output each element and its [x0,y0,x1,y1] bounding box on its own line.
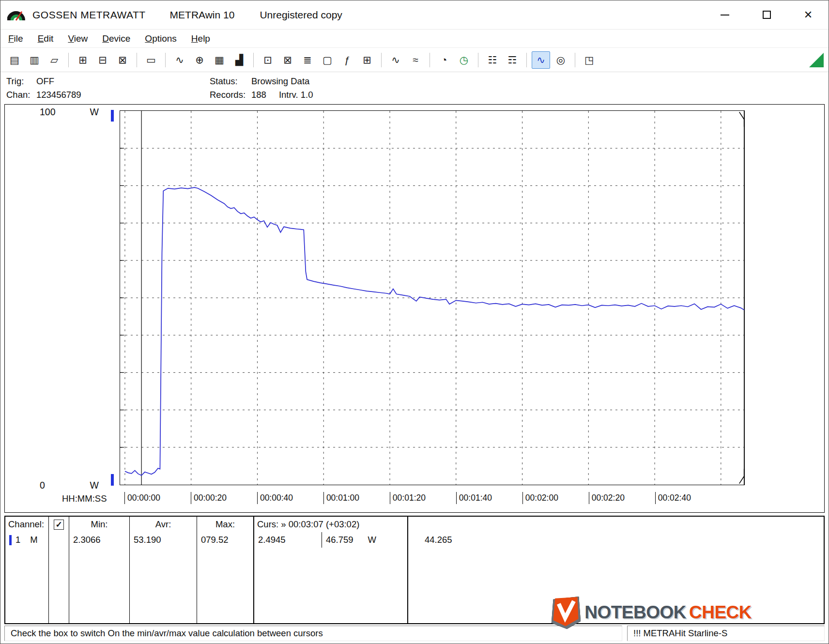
minmax-between-cursors-checkbox[interactable]: ✓ [54,520,64,530]
maximize-icon [763,11,771,19]
channel-color-marker [9,535,12,545]
cursors-header: Curs: » 00:03:07 (+03:02) [254,517,407,532]
crosshair-icon[interactable]: ⊕ [190,51,209,69]
channel-mixer-icon[interactable]: ≣ [298,51,317,69]
display-monitor-icon[interactable]: ▢ [318,51,337,69]
menu-bar: File Edit View Device Options Help [0,30,829,48]
channel-range-marker-top [111,110,114,122]
app-name: GOSSEN METRAWATT [32,9,146,21]
status-label: Status: [210,75,251,88]
records-label: Records: [210,88,251,102]
status-message: Check the box to switch On the min/avr/m… [4,626,622,641]
data-table-icon[interactable]: ▦ [210,51,229,69]
x-tick-label: 00:00:00 [124,492,160,504]
y-axis-max-label: 100 W [40,107,99,118]
close-button[interactable]: ✕ [801,8,815,22]
open-file-icon[interactable]: ▱ [45,51,63,69]
min-header: Min: [69,517,129,532]
menu-edit[interactable]: Edit [38,33,54,44]
monitor-config-icon[interactable]: ⊠ [278,51,297,69]
zoom-magnifier-icon[interactable]: ◎ [552,51,570,69]
check-icon: ✓ [55,520,62,530]
menu-device[interactable]: Device [102,33,130,44]
print-setup-icon[interactable]: ☶ [503,51,522,69]
toolbar: ▤▥▱⊞⊟⊠▭∿⊕▦▟⊡⊠≣▢ƒ⊞∿≈◔◷☷☶∿◎◳ [0,48,829,72]
cursor-values: 2.4945 46.759 W [254,532,407,548]
menu-options[interactable]: Options [145,33,176,44]
x-tick-label: 00:00:20 [191,492,227,504]
x-axis-title: HH:MM:SS [62,493,107,504]
memory-card-icon[interactable]: ▭ [142,51,160,69]
y-min-value: 0 [40,480,45,491]
print-icon[interactable]: ☷ [483,51,502,69]
x-tick-label: 00:02:20 [589,492,625,504]
min-column: Min: 2.3066 [69,517,130,623]
menu-view[interactable]: View [68,33,88,44]
channel-range-marker-bottom [111,474,114,486]
x-tick-label: 00:00:40 [257,492,293,504]
zoom-signal-icon[interactable]: ∿ [532,51,550,69]
toolbar-separator [430,53,430,67]
save-as-icon[interactable]: ▥ [25,51,44,69]
channel-cell: 1 M [5,532,48,548]
toolbar-separator [526,53,527,67]
channel-number: 1 [15,535,20,545]
menu-file[interactable]: File [8,33,23,44]
monitor-export-icon[interactable]: ⊡ [259,51,277,69]
chan-value: 123456789 [36,90,81,100]
plot-canvas[interactable] [120,110,745,485]
title-bar: GOSSEN METRAWATT METRAwin 10 Unregistere… [0,0,829,30]
intrv-value: 1.0 [301,90,313,100]
chart-area: 100 W 0 W HH:MM:SS 00:00:0000:00:2000:00… [4,104,825,513]
status-records-info: Status:Browsing Data Records:188Intrv. 1… [210,75,313,103]
channel-stats-table: Channel: 1 M ✓ Min: 2.3066 Avr: 53.190 M… [4,516,825,624]
chan-label: Chan: [6,88,36,102]
records-value: 188 [251,90,266,100]
maximize-button[interactable] [760,8,773,22]
delta-header [408,517,824,532]
avr-column: Avr: 53.190 [130,517,197,623]
export-to-device-icon[interactable]: ⊞ [74,51,92,69]
intrv-label: Intrv. [279,90,298,100]
max-header: Max: [197,517,253,532]
waveform-icon[interactable]: ∿ [386,51,405,69]
trigger-channel-info: Trig:OFF Chan:123456789 [6,75,210,103]
product-name: METRAwin 10 [170,9,235,21]
x-axis-ticks: 00:00:0000:00:2000:00:4000:01:0000:01:20… [120,491,745,506]
device-transfer-icon[interactable]: ⊠ [113,51,132,69]
trend-graph-icon[interactable]: ∿ [170,51,189,69]
avr-value: 53.190 [130,532,197,548]
minimize-button[interactable] [718,8,732,22]
histogram-icon[interactable]: ▟ [230,51,248,69]
x-tick-label: 00:02:00 [522,492,558,504]
duty-cycle-clock-icon[interactable]: ◔ [435,51,453,69]
y-min-unit: W [90,480,99,491]
max-column: Max: 079.52 [197,517,254,623]
x-tick-label: 00:02:40 [655,492,691,504]
envelope-waveform-icon[interactable]: ≈ [406,51,425,69]
toolbar-separator [137,53,137,67]
x-tick-label: 00:01:00 [323,492,359,504]
checkbox-cell [49,532,69,548]
cursor2-unit: W [368,535,376,545]
read-device-memory-icon[interactable]: ⊟ [93,51,112,69]
status-bar: Check the box to switch On the min/avr/m… [0,624,829,644]
annotation-icon[interactable]: ◳ [580,51,599,69]
x-tick-label: 00:01:20 [390,492,426,504]
formula-icon[interactable]: ƒ [338,51,356,69]
cursors-column: Curs: » 00:03:07 (+03:02) 2.4945 46.759 … [254,517,408,623]
device-display-icon[interactable]: ⊞ [358,51,376,69]
save-icon[interactable]: ▤ [5,51,24,69]
delta-value: 44.265 [408,532,824,548]
menu-help[interactable]: Help [191,33,210,44]
y-axis-min-label: 0 W [40,480,99,491]
toolbar-separator [68,53,69,67]
toolbar-separator [575,53,575,67]
checkbox-header: ✓ [49,517,69,532]
cursor1-value: 2.4945 [254,532,322,548]
timer-clock-icon[interactable]: ◷ [455,51,473,69]
channel-mode: M [30,535,37,545]
channel-header: Channel: [5,517,48,532]
connected-device: !!! METRAHit Starline-S [627,626,825,641]
info-panel: Trig:OFF Chan:123456789 Status:Browsing … [0,72,829,104]
